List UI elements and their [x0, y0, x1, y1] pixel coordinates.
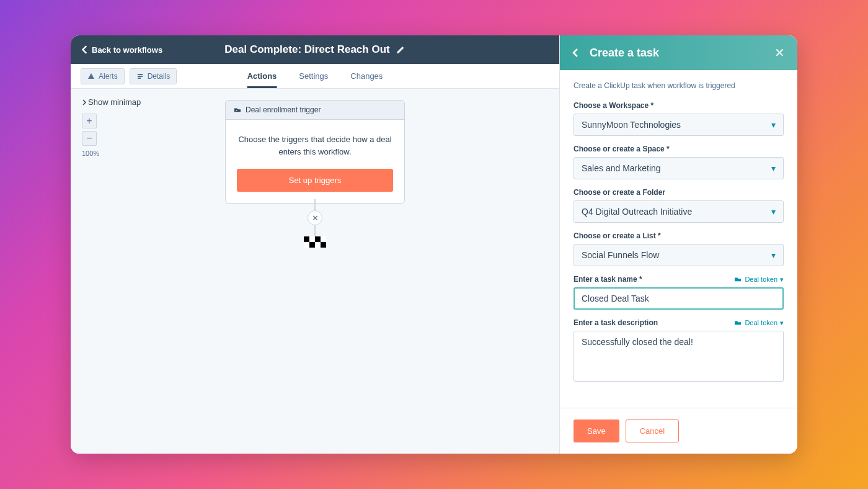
panel-header: Create a task ✕ [560, 35, 797, 70]
back-label: Back to workflows [92, 45, 162, 55]
deal-icon [233, 107, 242, 113]
workspace-select[interactable]: SunnyMoon Technologies ▾ [574, 114, 784, 136]
svg-rect-1 [138, 76, 143, 77]
deal-icon [733, 320, 742, 326]
flow-remove-button[interactable]: ✕ [308, 210, 322, 225]
flow-connector [314, 199, 316, 210]
folder-field: Choose or create a Folder Q4 Digital Out… [574, 188, 784, 223]
main-pane: Back to workflows Deal Complete: Direct … [71, 35, 559, 454]
tabs: Actions Settings Changes [247, 64, 383, 88]
zoom-level: 100% [82, 150, 99, 157]
task-name-field: Enter a task name * Deal token ▾ [574, 275, 784, 310]
list-value: Social Funnels Flow [582, 250, 659, 260]
alert-icon [87, 73, 95, 80]
deal-token-label: Deal token [745, 319, 777, 326]
panel-description: Create a ClickUp task when workflow is t… [574, 81, 784, 90]
panel-close-button[interactable]: ✕ [774, 45, 785, 60]
caret-down-icon: ▾ [771, 207, 776, 217]
chevron-left-icon [572, 48, 578, 58]
space-field: Choose or create a Space * Sales and Mar… [574, 145, 784, 179]
list-label: Choose or create a List * [574, 231, 784, 240]
folder-select[interactable]: Q4 Digital Outreach Initiative ▾ [574, 200, 784, 223]
space-select[interactable]: Sales and Marketing ▾ [574, 157, 784, 179]
caret-down-icon: ▾ [771, 120, 776, 130]
space-value: Sales and Marketing [582, 163, 661, 173]
caret-down-icon: ▾ [771, 163, 776, 173]
edit-pencil-icon[interactable] [396, 45, 405, 55]
caret-down-icon: ▾ [780, 276, 784, 284]
caret-down-icon: ▾ [771, 250, 776, 260]
deal-token-label: Deal token [745, 276, 777, 283]
zoom-in-button[interactable]: + [82, 114, 97, 128]
details-label: Details [148, 72, 170, 81]
back-to-workflows-link[interactable]: Back to workflows [82, 45, 162, 55]
zoom-out-button[interactable]: − [82, 131, 97, 146]
workflow-title: Deal Complete: Direct Reach Out [224, 43, 389, 56]
flow-end-marker [304, 236, 326, 248]
zoom-controls: + − 100% [82, 114, 99, 157]
tab-changes[interactable]: Changes [350, 64, 383, 88]
trigger-card-header: Deal enrollment trigger [226, 101, 404, 120]
deal-token-button[interactable]: Deal token ▾ [733, 276, 784, 284]
topbar: Back to workflows Deal Complete: Direct … [71, 35, 559, 64]
flow-connector [314, 225, 316, 236]
space-label: Choose or create a Space * [574, 145, 784, 153]
workspace-value: SunnyMoon Technologies [582, 120, 681, 130]
workspace-field: Choose a Workspace * SunnyMoon Technolog… [574, 101, 784, 136]
subbar-buttons: Alerts Details [81, 68, 177, 84]
workflow-canvas[interactable]: Show minimap + − 100% Deal enrollment tr… [71, 89, 559, 454]
details-icon [136, 73, 144, 80]
deal-token-button[interactable]: Deal token ▾ [733, 319, 784, 327]
svg-rect-0 [138, 74, 143, 75]
task-name-label: Enter a task name * [574, 275, 642, 284]
alerts-button[interactable]: Alerts [81, 68, 125, 84]
create-task-panel: Create a task ✕ Create a ClickUp task wh… [559, 35, 797, 454]
save-button[interactable]: Save [574, 419, 619, 442]
list-select[interactable]: Social Funnels Flow ▾ [574, 244, 784, 266]
svg-rect-2 [138, 78, 141, 79]
workflow-title-group: Deal Complete: Direct Reach Out [224, 43, 405, 56]
tab-actions[interactable]: Actions [247, 64, 277, 88]
trigger-card-body: Choose the triggers that decide how a de… [226, 120, 404, 169]
app-window: Back to workflows Deal Complete: Direct … [71, 35, 797, 454]
set-up-triggers-button[interactable]: Set up triggers [237, 169, 393, 192]
cancel-button[interactable]: Cancel [626, 419, 679, 442]
details-button[interactable]: Details [130, 68, 177, 84]
trigger-card[interactable]: Deal enrollment trigger Choose the trigg… [225, 100, 405, 204]
caret-down-icon: ▾ [780, 319, 784, 327]
tab-settings[interactable]: Settings [299, 64, 328, 88]
show-minimap-label: Show minimap [88, 97, 141, 107]
panel-back-button[interactable] [572, 48, 578, 58]
list-field: Choose or create a List * Social Funnels… [574, 231, 784, 266]
show-minimap-toggle[interactable]: Show minimap [82, 97, 141, 107]
task-description-input[interactable] [574, 331, 784, 382]
panel-body: Create a ClickUp task when workflow is t… [560, 70, 797, 408]
panel-title: Create a task [590, 47, 763, 60]
panel-footer: Save Cancel [560, 408, 797, 454]
task-description-label: Enter a task description [574, 318, 658, 327]
deal-icon [733, 276, 742, 282]
alerts-label: Alerts [99, 72, 118, 81]
task-name-input[interactable] [574, 287, 784, 310]
chevron-right-icon [82, 99, 87, 105]
folder-value: Q4 Digital Outreach Initiative [582, 207, 692, 217]
subbar: Alerts Details Actions Settings Changes [71, 64, 559, 89]
task-description-field: Enter a task description Deal token ▾ [574, 318, 784, 384]
trigger-card-header-text: Deal enrollment trigger [246, 105, 321, 114]
folder-label: Choose or create a Folder [574, 188, 784, 197]
workspace-label: Choose a Workspace * [574, 101, 784, 110]
chevron-left-icon [82, 45, 88, 54]
